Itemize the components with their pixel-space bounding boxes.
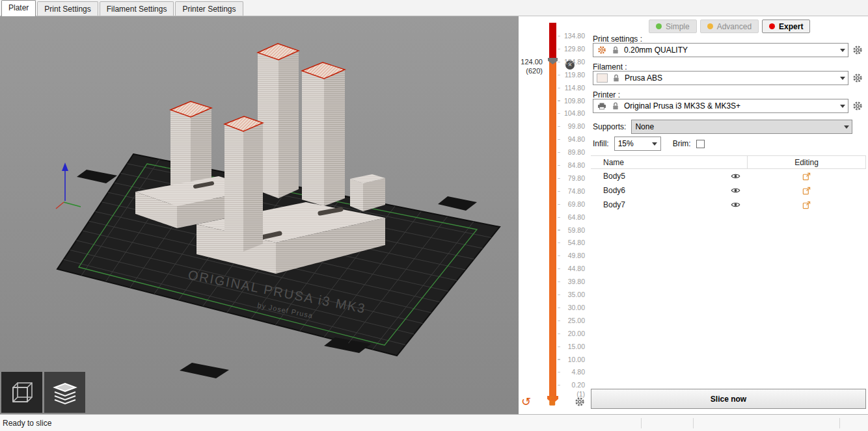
supports-combo[interactable]: None (631, 120, 852, 134)
layer-tick-label: 84.80 (560, 162, 585, 169)
model-tower-front-left[interactable] (224, 116, 263, 252)
infill-value: 15% (618, 139, 634, 148)
layer-tick-label: 0.20 (560, 382, 585, 389)
mode-advanced-button[interactable]: Advanced (700, 20, 759, 33)
layer-tick-label: 25.00 (560, 317, 585, 324)
editing-icon[interactable] (747, 187, 866, 195)
model-tower-front-right[interactable] (302, 62, 345, 206)
infill-label: Infill: (593, 139, 609, 148)
3d-viewport[interactable]: ORIGINAL PRUSA i3 MK3 by Josef Prusa (0, 16, 519, 414)
layer-tick-label: 129.80 (560, 46, 585, 53)
print-settings-combo[interactable]: 0.20mm QUALITY (593, 43, 848, 57)
eye-icon[interactable] (724, 202, 747, 208)
prusaslicer-window: Plater Print Settings Filament Settings … (0, 0, 868, 431)
layer-tick-label: 124.80 (560, 59, 585, 66)
gear-icon (597, 46, 607, 55)
layer-tick-label: 74.80 (560, 188, 585, 195)
printer-value: Original Prusa i3 MK3S & MK3S+ (624, 101, 740, 111)
layer-slider-panel: 124.00 (620) × 134.80129.80124.80119.801… (519, 16, 589, 414)
tab-filament-settings[interactable]: Filament Settings (100, 1, 174, 16)
filament-label: Filament : (593, 62, 627, 72)
layer-tick-label: 49.80 (560, 252, 585, 259)
tab-plater[interactable]: Plater (1, 0, 36, 16)
eye-icon[interactable] (724, 173, 747, 179)
filament-combo[interactable]: Prusa ABS (593, 71, 848, 85)
status-text: Ready to slice (3, 419, 51, 428)
sliced-preview-scene: ORIGINAL PRUSA i3 MK3 by Josef Prusa (0, 16, 519, 414)
mode-expert-button[interactable]: Expert (762, 20, 810, 33)
chevron-down-icon (837, 72, 848, 85)
layer-tick-label: 69.80 (560, 201, 585, 208)
tab-print-settings[interactable]: Print Settings (37, 1, 98, 16)
object-list-header: Name Editing (591, 155, 866, 169)
layer-tick-label: 35.00 (560, 291, 585, 298)
mode-simple-button[interactable]: Simple (649, 20, 697, 33)
layer-tick-label: 114.80 (560, 85, 585, 92)
layer-tick-label: 44.80 (560, 265, 585, 272)
bed-tab (77, 170, 117, 183)
slice-now-button[interactable]: Slice now (591, 389, 866, 409)
printer-combo[interactable]: Original Prusa i3 MK3S & MK3S+ (593, 99, 848, 113)
brim-checkbox[interactable] (696, 140, 705, 148)
layer-tick-label: 10.00 (560, 356, 585, 363)
object-name: Body5 (591, 172, 724, 181)
layer-tick-label: 119.80 (560, 72, 585, 79)
layer-tick-label: 109.80 (560, 98, 585, 105)
object-name: Body6 (591, 186, 724, 195)
undo-icon[interactable]: ↺ (521, 395, 531, 409)
supports-label: Supports: (593, 122, 626, 131)
statusbar-divider (641, 418, 642, 428)
axes-indicator (56, 163, 81, 209)
brim-label: Brim: (673, 139, 691, 148)
layer-tick-label: 39.80 (560, 278, 585, 285)
model-step-block[interactable] (350, 174, 385, 211)
layer-tick-label: 64.80 (560, 214, 585, 221)
infill-combo[interactable]: 15% (614, 137, 661, 151)
layer-tick-label: 4.80 (560, 369, 585, 376)
print-settings-value: 0.20mm QUALITY (624, 46, 688, 55)
object-name: Body7 (591, 200, 724, 209)
filament-gear-button[interactable] (852, 73, 863, 84)
eye-icon[interactable] (724, 187, 747, 194)
layer-tick-label: 15.00 (560, 343, 585, 350)
editor-view-button[interactable] (1, 372, 42, 413)
layer-tick-label: 54.80 (560, 239, 585, 246)
editing-icon[interactable] (747, 172, 866, 181)
bed-tab (438, 196, 477, 211)
simple-dot-icon (656, 23, 662, 29)
advanced-dot-icon (707, 23, 713, 29)
print-settings-gear-button[interactable] (852, 45, 863, 56)
mode-label: Expert (779, 22, 803, 31)
lock-icon (610, 101, 621, 111)
chevron-down-icon (837, 44, 848, 57)
view-mode-buttons (1, 372, 85, 413)
printer-gear-button[interactable] (852, 101, 863, 112)
tab-printer-settings[interactable]: Printer Settings (175, 1, 243, 16)
model-tower-back-right[interactable] (258, 44, 299, 198)
layer-tick-label: 30.00 (560, 304, 585, 311)
lock-icon (610, 46, 621, 55)
column-header-editing: Editing (747, 156, 866, 168)
slider-gear-icon[interactable] (575, 397, 585, 407)
mode-label: Advanced (717, 22, 752, 31)
lock-icon[interactable] (547, 395, 557, 407)
preview-view-button[interactable] (44, 372, 85, 413)
printer-label: Printer : (593, 90, 620, 99)
print-settings-label: Print settings : (593, 34, 642, 44)
editing-icon[interactable] (747, 201, 866, 209)
layer-slider-track[interactable] (549, 23, 556, 397)
statusbar-divider (693, 418, 694, 428)
layer-tick-label: 134.80 (560, 33, 585, 40)
supports-value: None (635, 122, 654, 131)
filament-value: Prusa ABS (625, 73, 662, 83)
bed-tab (180, 363, 229, 378)
object-list-body: Body5Body6Body7 (591, 169, 866, 212)
table-row[interactable]: Body7 (591, 198, 866, 212)
table-row[interactable]: Body6 (591, 183, 866, 198)
table-row[interactable]: Body5 (591, 169, 866, 183)
filament-color-swatch (597, 73, 608, 83)
statusbar-divider (839, 418, 840, 428)
chevron-down-icon (649, 137, 660, 150)
layer-tick-label: 94.80 (560, 136, 585, 143)
object-list: Name Editing Body5Body6Body7 (591, 155, 866, 212)
